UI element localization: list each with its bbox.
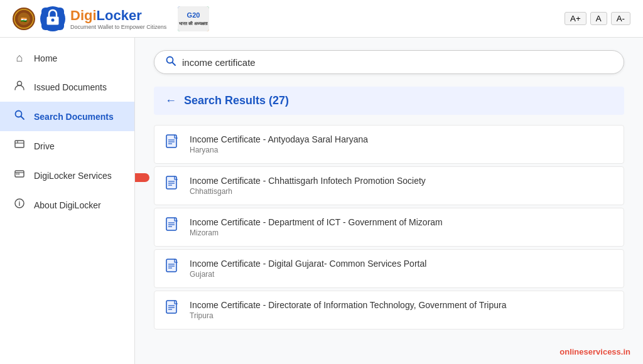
search-input[interactable]	[182, 57, 612, 68]
svg-rect-34	[166, 259, 176, 272]
result-text-3: Income Certificate - Digital Gujarat- Co…	[190, 259, 612, 279]
result-subtitle-2: Mizoram	[190, 228, 612, 237]
sidebar-label-about-digilocker: About DigiLocker	[34, 200, 101, 210]
svg-rect-11	[15, 141, 24, 147]
services-icon	[13, 168, 26, 183]
doc-icon-2	[166, 217, 180, 237]
results-title: Search Results (27)	[184, 94, 289, 107]
svg-text:i: i	[19, 200, 21, 207]
sidebar-label-issued-documents: Issued Documents	[34, 82, 107, 92]
doc-icon-4	[166, 300, 180, 320]
about-icon: i	[13, 198, 26, 212]
digilocker-icon	[40, 6, 65, 31]
sidebar: ⌂ Home Issued Documents Search Documents	[0, 38, 135, 364]
result-title-3: Income Certificate - Digital Gujarat- Co…	[190, 259, 612, 269]
svg-text:G20: G20	[187, 11, 200, 19]
sidebar-label-digilocker-services: DigiLocker Services	[34, 171, 112, 181]
result-text-1: Income Certificate - Chhattisgarh Infote…	[190, 176, 612, 196]
sidebar-item-search-documents[interactable]: Search Documents	[0, 102, 134, 131]
result-item-2[interactable]: Income Certificate - Department of ICT -…	[154, 208, 624, 247]
result-title-0: Income Certificate - Antyodaya Saral Har…	[190, 134, 612, 144]
result-subtitle-1: Chhattisgarh	[190, 187, 612, 196]
svg-rect-6	[178, 6, 209, 31]
results-list: Income Certificate - Antyodaya Saral Har…	[154, 125, 624, 329]
result-item-0[interactable]: Income Certificate - Antyodaya Saral Har…	[154, 125, 624, 164]
result-subtitle-4: Tripura	[190, 311, 612, 320]
results-header: ← Search Results (27)	[154, 87, 624, 115]
svg-rect-21	[166, 135, 176, 147]
issued-docs-icon	[13, 80, 26, 94]
svg-rect-38	[166, 301, 176, 313]
logo-tagline: Document Wallet to Empower Citizens	[70, 24, 166, 30]
result-item-3[interactable]: Income Certificate - Digital Gujarat- Co…	[154, 249, 624, 288]
red-arrow-annotation	[135, 161, 158, 195]
svg-rect-14	[15, 171, 24, 177]
font-decrease-button[interactable]: A-	[611, 12, 630, 25]
result-item-4[interactable]: Income Certificate - Directorate of Info…	[154, 291, 624, 329]
result-text-0: Income Certificate - Antyodaya Saral Har…	[190, 134, 612, 154]
sidebar-item-drive[interactable]: Drive	[0, 131, 134, 161]
search-bar[interactable]	[154, 50, 624, 74]
back-arrow-button[interactable]: ←	[165, 94, 176, 107]
watermark: onlineservicess.in	[559, 347, 630, 356]
sidebar-item-about-digilocker[interactable]: i About DigiLocker	[0, 190, 134, 220]
drive-icon	[13, 139, 26, 153]
font-increase-button[interactable]: A+	[565, 12, 586, 25]
svg-text:भारत की अध्यक्षता: भारत की अध्यक्षता	[179, 21, 208, 26]
header: 🇮🇳 DigiLocker Document Wallet to Empower…	[0, 0, 643, 38]
font-normal-button[interactable]: A	[590, 12, 607, 25]
result-title-2: Income Certificate - Department of ICT -…	[190, 217, 612, 227]
sidebar-item-issued-documents[interactable]: Issued Documents	[0, 72, 134, 102]
result-text-4: Income Certificate - Directorate of Info…	[190, 300, 612, 320]
result-subtitle-3: Gujarat	[190, 270, 612, 279]
result-title-4: Income Certificate - Directorate of Info…	[190, 300, 612, 310]
sidebar-item-home[interactable]: ⌂ Home	[0, 44, 134, 72]
logo-text: DigiLocker Document Wallet to Empower Ci…	[70, 8, 166, 30]
sidebar-label-search-documents: Search Documents	[34, 112, 114, 122]
main-layout: ⌂ Home Issued Documents Search Documents	[0, 38, 643, 364]
result-subtitle-0: Haryana	[190, 146, 612, 154]
sidebar-label-drive: Drive	[34, 141, 55, 151]
doc-icon-1	[166, 176, 180, 196]
sidebar-item-digilocker-services[interactable]: DigiLocker Services	[0, 161, 134, 190]
logo-name: DigiLocker	[70, 8, 166, 24]
logo-area: 🇮🇳 DigiLocker Document Wallet to Empower…	[13, 6, 209, 31]
doc-icon-0	[166, 134, 180, 154]
search-icon	[166, 56, 176, 68]
sidebar-label-home: Home	[34, 53, 57, 63]
g20-logo: G20 भारत की अध्यक्षता	[178, 6, 209, 31]
svg-rect-30	[166, 218, 176, 230]
g20-badge: G20 भारत की अध्यक्षता	[178, 6, 209, 31]
doc-icon-3	[166, 259, 180, 279]
main-content: ← Search Results (27) Income Certificate…	[135, 38, 643, 364]
result-item-1[interactable]: Income Certificate - Chhattisgarh Infote…	[154, 166, 624, 205]
font-size-controls: A+ A A-	[565, 12, 630, 25]
svg-text:🇮🇳: 🇮🇳	[21, 16, 27, 23]
search-documents-icon	[13, 109, 26, 124]
result-title-1: Income Certificate - Chhattisgarh Infote…	[190, 176, 612, 186]
svg-rect-25	[166, 176, 176, 189]
home-icon: ⌂	[13, 51, 26, 65]
result-text-2: Income Certificate - Department of ICT -…	[190, 217, 612, 237]
emblem-icon: 🇮🇳	[13, 8, 35, 30]
svg-point-5	[51, 18, 55, 21]
